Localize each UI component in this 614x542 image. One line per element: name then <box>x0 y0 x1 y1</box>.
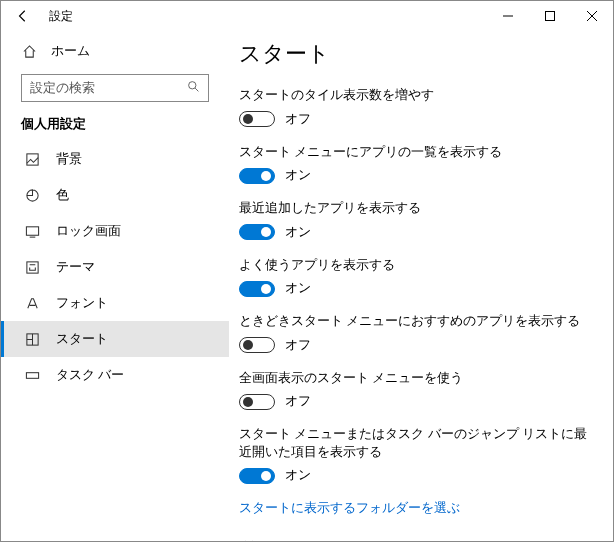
content-area: スタート スタートのタイル表示数を増やすオフスタート メニューにアプリの一覧を表… <box>229 31 613 541</box>
close-button[interactable] <box>571 1 613 31</box>
background-icon <box>24 152 40 167</box>
maximize-button[interactable] <box>529 1 571 31</box>
sidebar-home-label: ホーム <box>51 43 90 60</box>
setting-label: スタート メニューまたはタスク バーのジャンプ リストに最近開いた項目を表示する <box>239 426 589 461</box>
sidebar-item-lock-screen[interactable]: ロック画面 <box>1 213 229 249</box>
sidebar-item-label: 色 <box>56 187 69 204</box>
toggle-switch[interactable] <box>239 224 275 240</box>
toggle-switch[interactable] <box>239 168 275 184</box>
page-title: スタート <box>239 39 589 69</box>
toggle-state-label: オン <box>285 167 311 184</box>
toggle-state-label: オフ <box>285 111 311 128</box>
minimize-button[interactable] <box>487 1 529 31</box>
toggle-switch[interactable] <box>239 281 275 297</box>
svg-line-5 <box>195 88 198 91</box>
toggle-switch[interactable] <box>239 337 275 353</box>
setting-label: スタートのタイル表示数を増やす <box>239 87 589 105</box>
toggle-state-label: オン <box>285 467 311 484</box>
svg-rect-1 <box>546 12 555 21</box>
window-title: 設定 <box>49 8 73 25</box>
sidebar-item-label: 背景 <box>56 151 82 168</box>
setting-row: 全画面表示のスタート メニューを使うオフ <box>239 370 589 411</box>
sidebar-item-fonts[interactable]: フォント <box>1 285 229 321</box>
svg-point-4 <box>189 82 196 89</box>
toggle-state-label: オン <box>285 224 311 241</box>
titlebar: 設定 <box>1 1 613 31</box>
sidebar-item-themes[interactable]: テーマ <box>1 249 229 285</box>
help-heading: 質問がありますか? <box>239 539 589 541</box>
sidebar-item-label: フォント <box>56 295 108 312</box>
sidebar-home[interactable]: ホーム <box>1 37 229 70</box>
search-icon <box>187 80 200 96</box>
sidebar-section-label: 個人用設定 <box>1 116 229 141</box>
sidebar-item-colors[interactable]: 色 <box>1 177 229 213</box>
setting-row: スタートのタイル表示数を増やすオフ <box>239 87 589 128</box>
window-controls <box>487 1 613 31</box>
choose-folders-link[interactable]: スタートに表示するフォルダーを選ぶ <box>239 500 460 517</box>
setting-row: スタート メニューにアプリの一覧を表示するオン <box>239 144 589 185</box>
toggle-state-label: オフ <box>285 393 311 410</box>
setting-row: スタート メニューまたはタスク バーのジャンプ リストに最近開いた項目を表示する… <box>239 426 589 484</box>
sidebar-item-background[interactable]: 背景 <box>1 141 229 177</box>
toggle-state-label: オン <box>285 280 311 297</box>
sidebar-item-label: ロック画面 <box>56 223 121 240</box>
start-icon <box>24 332 40 347</box>
lock-screen-icon <box>24 224 40 239</box>
taskbar-icon <box>24 368 40 383</box>
search-input[interactable] <box>30 81 187 95</box>
sidebar-item-start[interactable]: スタート <box>1 321 229 357</box>
toggle-switch[interactable] <box>239 468 275 484</box>
colors-icon <box>24 188 40 203</box>
setting-label: 全画面表示のスタート メニューを使う <box>239 370 589 388</box>
setting-label: 最近追加したアプリを表示する <box>239 200 589 218</box>
setting-row: よく使うアプリを表示するオン <box>239 257 589 298</box>
themes-icon <box>24 260 40 275</box>
home-icon <box>21 44 37 59</box>
setting-label: スタート メニューにアプリの一覧を表示する <box>239 144 589 162</box>
sidebar-item-taskbar[interactable]: タスク バー <box>1 357 229 393</box>
setting-row: ときどきスタート メニューにおすすめのアプリを表示するオフ <box>239 313 589 354</box>
back-button[interactable] <box>9 2 37 30</box>
sidebar: ホーム 個人用設定 背景色ロック画面テーマフォントスタートタスク バー <box>1 31 229 541</box>
toggle-state-label: オフ <box>285 337 311 354</box>
setting-row: 最近追加したアプリを表示するオン <box>239 200 589 241</box>
svg-rect-9 <box>26 261 37 272</box>
setting-label: ときどきスタート メニューにおすすめのアプリを表示する <box>239 313 589 331</box>
svg-rect-7 <box>26 226 38 234</box>
sidebar-item-label: スタート <box>56 331 108 348</box>
search-box[interactable] <box>21 74 209 102</box>
sidebar-item-label: タスク バー <box>56 367 124 384</box>
setting-label: よく使うアプリを表示する <box>239 257 589 275</box>
toggle-switch[interactable] <box>239 394 275 410</box>
svg-rect-13 <box>26 372 38 378</box>
fonts-icon <box>24 296 40 311</box>
sidebar-item-label: テーマ <box>56 259 95 276</box>
toggle-switch[interactable] <box>239 111 275 127</box>
